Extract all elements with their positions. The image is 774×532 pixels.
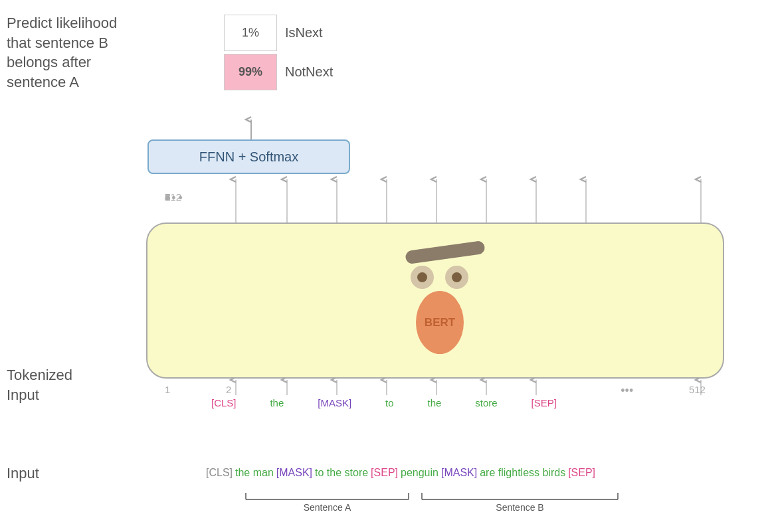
token-cls: [CLS] xyxy=(211,397,237,408)
predict-likelihood-label: Predict likelihood that sentence B belon… xyxy=(7,13,140,92)
notnext-label: NotNext xyxy=(285,64,333,80)
bert-label: BERT xyxy=(425,316,455,329)
ffnn-label: FFNN + Softmax xyxy=(199,149,298,165)
input-mask1: [MASK] xyxy=(276,467,312,479)
bert-nose: BERT xyxy=(416,291,464,354)
bert-right-eye xyxy=(445,266,468,289)
num-bottom-2: 2 xyxy=(226,384,231,398)
input-label: Input xyxy=(7,465,39,482)
input-to-the-store: to the store xyxy=(315,467,368,479)
num-bottom-512: 512 xyxy=(689,384,706,398)
notnext-box: 99% xyxy=(224,54,277,90)
tokenized-input-label: TokenizedInput xyxy=(7,365,72,404)
isnext-label: IsNext xyxy=(285,25,323,41)
token-the1: the xyxy=(270,397,284,408)
token-the2: the xyxy=(428,397,442,408)
input-flightless: are flightless birds xyxy=(480,467,565,479)
num-labels-bottom: 1 2 ••• 512 xyxy=(146,384,724,398)
ffnn-box: FFNN + Softmax xyxy=(147,139,350,174)
input-mask2: [MASK] xyxy=(441,467,477,479)
bert-left-eye xyxy=(411,266,434,289)
input-penguin: penguin xyxy=(401,467,438,479)
isnext-box: 1% xyxy=(224,15,277,51)
num-bottom-dots: ••• xyxy=(621,384,633,398)
notnext-percent: 99% xyxy=(239,65,262,79)
isnext-percent: 1% xyxy=(242,26,259,40)
num-bottom-1: 1 xyxy=(165,384,170,398)
token-labels: [CLS] the [MASK] to the store [SEP] xyxy=(211,397,557,408)
input-sentence-row: [CLS] the man [MASK] to the store [SEP] … xyxy=(206,467,595,479)
input-cls: [CLS] xyxy=(206,467,233,479)
token-sep: [SEP] xyxy=(532,397,557,408)
input-sep1: [SEP] xyxy=(371,467,398,479)
sentence-a-label: Sentence A xyxy=(246,502,409,513)
token-mask1: [MASK] xyxy=(318,397,351,408)
token-to: to xyxy=(385,397,394,408)
input-sep2: [SEP] xyxy=(568,467,595,479)
output-area: 1% IsNext 99% NotNext xyxy=(224,15,333,90)
input-the-man: the man xyxy=(235,467,274,479)
sentence-b-label: Sentence B xyxy=(422,502,618,513)
num-top-512: 512 xyxy=(165,191,181,203)
token-store: store xyxy=(475,397,497,408)
